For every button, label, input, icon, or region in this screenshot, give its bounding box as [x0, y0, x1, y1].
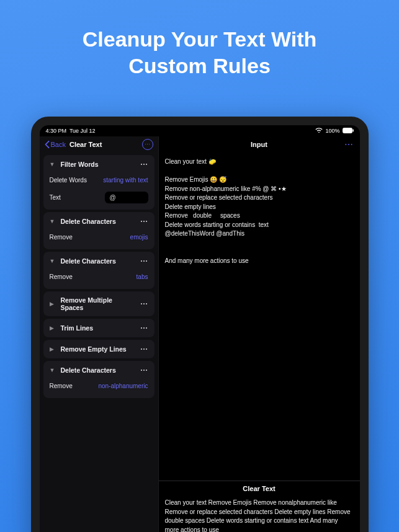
rule-card: ▶Trim Lines⋯ [43, 319, 155, 337]
rule-card-header[interactable]: ▶Remove Empty Lines⋯ [43, 340, 155, 358]
rule-card-title: Trim Lines [61, 324, 135, 332]
rule-value-link[interactable]: non-alphanumeric [98, 383, 148, 389]
chevron-down-icon: ▼ [50, 161, 56, 167]
chevron-right-icon: ▶ [50, 301, 56, 307]
rule-card-more-button[interactable]: ⋯ [140, 299, 148, 308]
input-header: Input ⋯ [159, 136, 360, 153]
rule-card-title: Delete Characters [61, 366, 135, 374]
rule-card-body: Removeemojis [43, 231, 155, 249]
output-title: Clear Text [159, 481, 360, 495]
rule-card-more-button[interactable]: ⋯ [140, 345, 148, 353]
rule-card: ▼Filter Words⋯Delete Wordsstarting with … [43, 155, 155, 210]
status-time: 4:30 PM Tue Jul 12 [46, 128, 96, 134]
chevron-down-icon: ▼ [50, 258, 56, 264]
chevron-down-icon: ▼ [50, 218, 56, 224]
rule-card-header[interactable]: ▼Delete Characters⋯ [43, 252, 155, 270]
rule-row: Text@ [50, 191, 148, 203]
output-text-area: Clean your text Remove Emojis Remove non… [159, 495, 360, 532]
status-bar: 4:30 PM Tue Jul 12 100% [40, 125, 360, 136]
input-title: Input [251, 141, 267, 148]
rule-card-header[interactable]: ▼Delete Characters⋯ [43, 361, 155, 379]
svg-rect-1 [352, 129, 354, 131]
rule-card: ▼Delete Characters⋯Removenon-alphanumeri… [43, 361, 155, 398]
rule-card: ▼Delete Characters⋯Removeemojis [43, 212, 155, 249]
screen: 4:30 PM Tue Jul 12 100% Back [40, 125, 360, 532]
rule-card-title: Delete Characters [61, 257, 135, 265]
rule-card-body: Delete Wordsstarting with textText@ [43, 174, 155, 210]
rule-text-input[interactable]: @ [105, 192, 148, 203]
rule-card-more-button[interactable]: ⋯ [140, 160, 148, 169]
chevron-right-icon: ▶ [50, 325, 56, 331]
rule-card-header[interactable]: ▼Delete Characters⋯ [43, 212, 155, 231]
rule-row: Removeemojis [50, 231, 148, 243]
wifi-icon [315, 128, 323, 135]
back-button[interactable]: Back [45, 141, 66, 148]
rule-row: Delete Wordsstarting with text [50, 174, 148, 186]
hero-title: Cleanup Your Text With Custom Rules [0, 0, 399, 97]
sidebar-nav: Back Clear Text ⋯ [40, 136, 158, 153]
hero-line-1: Cleanup Your Text With [25, 26, 374, 53]
tablet-frame: 4:30 PM Tue Jul 12 100% Back [31, 117, 369, 532]
rule-card-title: Remove Empty Lines [61, 345, 135, 353]
rule-card-more-button[interactable]: ⋯ [140, 217, 148, 226]
rule-card-body: Removenon-alphanumeric [43, 379, 155, 398]
rule-card-header[interactable]: ▼Filter Words⋯ [43, 155, 155, 174]
rule-card-header[interactable]: ▶Remove Multiple Spaces⋯ [43, 291, 155, 316]
rule-card-title: Filter Words [61, 161, 135, 168]
rule-card-more-button[interactable]: ⋯ [140, 257, 148, 265]
rule-value-link[interactable]: emojis [130, 234, 148, 241]
rule-card-body: Removetabs [43, 270, 155, 289]
rule-card: ▶Remove Empty Lines⋯ [43, 340, 155, 358]
rule-row-label: Remove [50, 383, 73, 389]
rule-row-label: Remove [50, 273, 73, 280]
rule-value-link[interactable]: tabs [137, 273, 148, 280]
rule-value-link[interactable]: starting with text [103, 177, 148, 184]
rule-row-label: Remove [50, 234, 73, 241]
battery-icon [343, 128, 354, 135]
rule-card-more-button[interactable]: ⋯ [140, 366, 148, 375]
chevron-down-icon: ▼ [50, 367, 56, 373]
input-text-area[interactable]: Clean your text 🧽 Remove Emojis 😀 😴 Remo… [159, 153, 360, 270]
rule-row-label: Text [50, 194, 61, 201]
rule-card-header[interactable]: ▶Trim Lines⋯ [43, 319, 155, 337]
rules-sidebar: Back Clear Text ⋯ ▼Filter Words⋯Delete W… [40, 136, 159, 532]
chevron-right-icon: ▶ [50, 346, 56, 352]
rule-row-label: Delete Words [50, 177, 87, 184]
main-panel: Input ⋯ Clean your text 🧽 Remove Emojis … [159, 136, 360, 532]
battery-percent: 100% [325, 128, 339, 134]
svg-rect-0 [343, 128, 352, 133]
more-options-button[interactable]: ⋯ [142, 139, 153, 150]
rule-card: ▶Remove Multiple Spaces⋯ [43, 291, 155, 316]
rule-row: Removetabs [50, 270, 148, 283]
sidebar-title: Clear Text [69, 141, 138, 148]
rule-card: ▼Delete Characters⋯Removetabs [43, 252, 155, 289]
rule-card-title: Remove Multiple Spaces [61, 296, 135, 311]
rule-row: Removenon-alphanumeric [50, 379, 148, 392]
input-more-button[interactable]: ⋯ [344, 140, 354, 149]
rule-card-title: Delete Characters [61, 218, 135, 225]
hero-line-2: Custom Rules [25, 53, 374, 79]
rule-card-more-button[interactable]: ⋯ [140, 324, 148, 332]
